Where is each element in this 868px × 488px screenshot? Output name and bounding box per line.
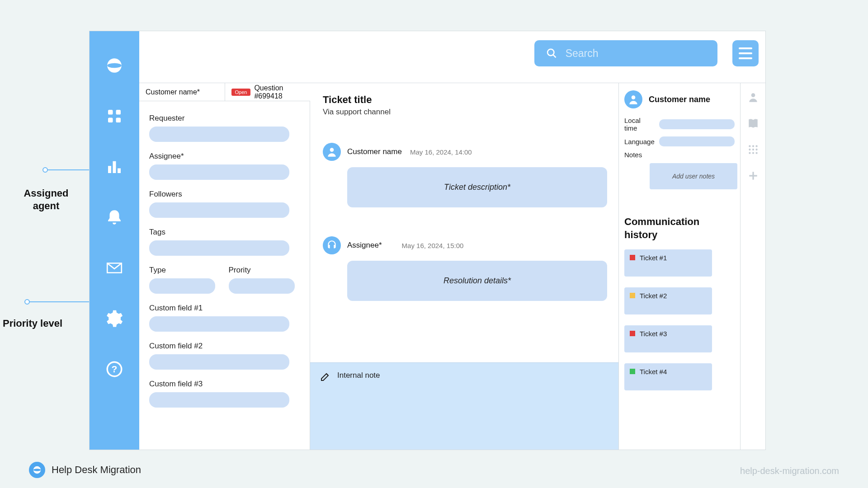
svg-text:?: ? xyxy=(112,364,118,374)
custom1-label: Custom field #1 xyxy=(149,304,300,313)
svg-rect-5 xyxy=(116,118,121,123)
priority-indicator xyxy=(630,293,635,298)
history-ticket-item[interactable]: Ticket #1 xyxy=(624,249,712,277)
svg-point-20 xyxy=(752,149,754,150)
footer-url: help-desk-migration.com xyxy=(740,466,839,476)
assignee-input[interactable] xyxy=(149,164,289,180)
message-author: Customer name xyxy=(347,147,402,156)
svg-rect-7 xyxy=(113,161,116,173)
search-icon xyxy=(546,47,557,60)
search-box[interactable] xyxy=(534,40,717,66)
svg-point-22 xyxy=(749,152,750,154)
priority-indicator xyxy=(630,331,635,336)
annotation-priority-level: Priority level xyxy=(1,317,64,330)
footer-logo-icon xyxy=(29,462,45,478)
footer-brand: Help Desk Migration xyxy=(29,462,141,478)
priority-indicator xyxy=(630,255,635,260)
tab-customer[interactable]: Customer name* xyxy=(139,83,225,101)
plus-icon[interactable] xyxy=(747,170,759,183)
footer-brand-text: Help Desk Migration xyxy=(52,464,141,476)
custom1-input[interactable] xyxy=(149,316,289,332)
nav-rail: ? xyxy=(90,31,139,450)
message-time: May 16, 2024, 15:00 xyxy=(402,242,464,249)
svg-point-11 xyxy=(547,49,554,56)
custom3-input[interactable] xyxy=(149,392,289,408)
user-icon[interactable] xyxy=(747,91,759,105)
annotation-assigned-agent: Assigned agent xyxy=(14,187,78,212)
conversation-area: Ticket title Via support channel Custome… xyxy=(310,83,619,450)
svg-rect-2 xyxy=(108,110,113,115)
tags-label: Tags xyxy=(149,228,300,237)
message-body: Ticket description* xyxy=(347,167,607,207)
edit-icon xyxy=(320,371,331,382)
apps-icon[interactable] xyxy=(747,144,759,157)
custom3-label: Custom field #3 xyxy=(149,380,300,389)
tabs: Customer name* Open Question #699418 xyxy=(139,83,310,101)
notifications-icon[interactable] xyxy=(105,208,124,227)
top-bar xyxy=(139,31,765,83)
communication-history: Communication history Ticket #1 Ticket #… xyxy=(624,216,735,390)
menu-button[interactable] xyxy=(732,40,759,66)
customer-panel: Customer name Local time Language Notes … xyxy=(619,83,740,450)
internal-note-area[interactable]: Internal note xyxy=(310,362,618,450)
type-input[interactable] xyxy=(149,278,215,294)
dashboard-icon[interactable] xyxy=(105,107,124,126)
language-value xyxy=(659,136,735,146)
svg-point-16 xyxy=(749,145,750,147)
priority-input[interactable] xyxy=(229,278,295,294)
assignee-label: Assignee* xyxy=(149,152,300,161)
settings-icon[interactable] xyxy=(105,309,124,328)
svg-point-19 xyxy=(749,149,750,150)
search-input[interactable] xyxy=(566,47,706,60)
message-customer: Customer name May 16, 2024, 14:00 Ticket… xyxy=(310,137,618,213)
requester-input[interactable] xyxy=(149,127,289,142)
svg-point-28 xyxy=(33,469,41,471)
requester-label: Requester xyxy=(149,114,300,123)
history-ticket-item[interactable]: Ticket #3 xyxy=(624,325,712,352)
message-author: Assignee* xyxy=(347,241,382,250)
svg-point-24 xyxy=(755,152,757,154)
customer-name: Customer name xyxy=(649,95,710,104)
communication-history-title: Communication history xyxy=(624,216,735,241)
type-label: Type xyxy=(149,266,221,275)
message-agent: Assignee* May 16, 2024, 15:00 Resolution… xyxy=(310,231,618,306)
tags-input[interactable] xyxy=(149,240,289,256)
svg-rect-6 xyxy=(108,166,111,173)
svg-rect-4 xyxy=(108,118,113,123)
svg-rect-3 xyxy=(116,110,121,115)
ticket-item-label: Ticket #3 xyxy=(640,330,667,338)
history-ticket-item[interactable]: Ticket #4 xyxy=(624,363,712,390)
annotation-dot xyxy=(24,299,30,305)
followers-input[interactable] xyxy=(149,202,289,218)
reports-icon[interactable] xyxy=(105,157,124,176)
history-ticket-item[interactable]: Ticket #2 xyxy=(624,287,712,314)
svg-point-21 xyxy=(755,149,757,150)
app-window: ? Customer name* Open Question #699418 R… xyxy=(89,31,766,450)
headset-icon xyxy=(323,236,341,254)
custom2-input[interactable] xyxy=(149,354,289,370)
local-time-label: Local time xyxy=(624,117,655,132)
help-icon[interactable]: ? xyxy=(105,360,124,379)
svg-point-18 xyxy=(755,145,757,147)
tab-ticket-id: Question #699418 xyxy=(254,84,304,100)
svg-line-12 xyxy=(553,55,556,57)
local-time-value xyxy=(659,119,735,129)
mail-icon[interactable] xyxy=(105,258,124,277)
custom2-label: Custom field #2 xyxy=(149,342,300,351)
svg-point-23 xyxy=(752,152,754,154)
tab-customer-label: Customer name* xyxy=(146,88,200,96)
svg-point-15 xyxy=(751,93,755,97)
tab-ticket[interactable]: Open Question #699418 xyxy=(225,83,311,101)
book-icon[interactable] xyxy=(747,117,759,131)
right-icon-strip xyxy=(740,83,765,450)
details-panel: Requester Assignee* Followers Tags Type … xyxy=(139,101,310,450)
logo-icon[interactable] xyxy=(105,56,124,75)
ticket-channel: Via support channel xyxy=(323,108,606,117)
ticket-item-label: Ticket #2 xyxy=(640,292,667,300)
notes-input[interactable]: Add user notes xyxy=(650,163,737,189)
svg-rect-8 xyxy=(118,169,121,174)
ticket-item-label: Ticket #4 xyxy=(640,368,667,375)
svg-point-17 xyxy=(752,145,754,147)
status-badge: Open xyxy=(231,89,251,96)
annotation-dot xyxy=(42,167,48,173)
